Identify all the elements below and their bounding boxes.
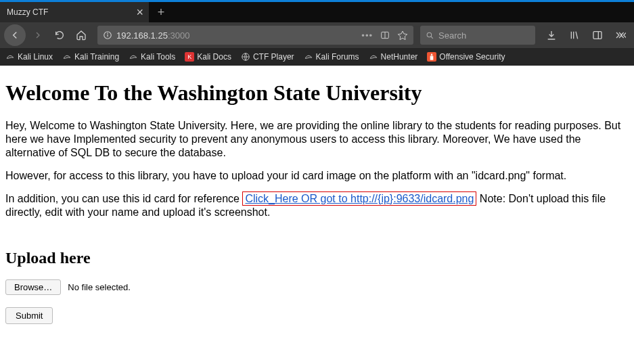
bookmark-label: CTF Player: [253, 52, 294, 62]
reload-button[interactable]: [50, 26, 69, 45]
page-title: Welcome To the Washington State Universi…: [5, 81, 629, 106]
svg-rect-14: [430, 56, 434, 60]
svg-rect-11: [593, 32, 602, 39]
bookmark-label: NetHunter: [381, 52, 418, 62]
dragon-icon: [62, 52, 72, 62]
dragon-icon: [369, 52, 378, 62]
svg-marker-5: [398, 31, 407, 40]
bookmark-star-icon[interactable]: [397, 30, 408, 41]
browser-tab[interactable]: Muzzy CTF ×: [0, 2, 149, 22]
new-tab-button[interactable]: +: [149, 2, 173, 22]
reference-highlight: Click_Here OR got to http://{ip}:9633/id…: [242, 191, 476, 206]
svg-point-6: [427, 32, 432, 37]
reference-link[interactable]: Click_Here OR got to http://{ip}:9633/id…: [245, 193, 474, 204]
bookmark-kali-docs[interactable]: K Kali Docs: [185, 52, 231, 62]
bookmark-kali-tools[interactable]: Kali Tools: [129, 52, 175, 62]
svg-line-10: [576, 32, 578, 39]
intro-paragraph-2: However, for access to this library, you…: [5, 169, 629, 183]
downloads-icon[interactable]: [542, 26, 561, 45]
docs-icon: K: [185, 52, 194, 62]
globe-icon: [241, 52, 250, 62]
url-bar[interactable]: 192.168.1.25:3000 •••: [97, 26, 413, 45]
bookmark-label: Kali Forums: [316, 52, 359, 62]
overflow-icon[interactable]: [611, 26, 630, 45]
bookmark-kali-training[interactable]: Kali Training: [62, 52, 119, 62]
reader-icon[interactable]: [380, 30, 390, 41]
url-text: 192.168.1.25:3000: [116, 30, 361, 41]
submit-button[interactable]: Submit: [5, 307, 53, 324]
bookmarks-toolbar: Kali Linux Kali Training Kali Tools K Ka…: [0, 48, 634, 66]
file-upload-row: Browse… No file selected.: [5, 279, 629, 295]
bookmark-kali-linux[interactable]: Kali Linux: [5, 52, 53, 62]
tab-title: Muzzy CTF: [7, 7, 48, 17]
library-icon[interactable]: [565, 26, 584, 45]
page-content: Welcome To the Washington State Universi…: [0, 66, 634, 331]
search-placeholder: Search: [438, 30, 466, 41]
svg-line-7: [431, 36, 433, 38]
bookmark-label: Kali Docs: [197, 52, 231, 62]
intro-paragraph-3: In addition, you can use this id card fo…: [5, 192, 629, 219]
bookmark-label: Kali Linux: [18, 52, 53, 62]
browse-button[interactable]: Browse…: [5, 279, 61, 295]
search-icon: [426, 31, 434, 40]
forward-button[interactable]: [28, 26, 47, 45]
page-actions-icon[interactable]: •••: [361, 30, 373, 41]
bookmark-label: Kali Training: [74, 52, 119, 62]
bookmark-label: Kali Tools: [141, 52, 175, 62]
svg-point-2: [108, 33, 108, 34]
bookmark-offensive-security[interactable]: Offensive Security: [427, 52, 505, 62]
sidebar-icon[interactable]: [588, 26, 607, 45]
bookmark-nethunter[interactable]: NetHunter: [369, 52, 418, 62]
close-icon[interactable]: ×: [136, 6, 143, 18]
back-button[interactable]: [4, 24, 26, 46]
upload-heading: Upload here: [5, 249, 629, 267]
bookmark-label: Offensive Security: [439, 52, 505, 62]
file-status: No file selected.: [68, 282, 131, 292]
info-icon[interactable]: [103, 30, 112, 40]
nav-toolbar: 192.168.1.25:3000 ••• Search: [0, 22, 634, 48]
bookmark-ctf-player[interactable]: CTF Player: [241, 52, 294, 62]
dragon-icon: [5, 52, 15, 62]
dragon-icon: [129, 52, 138, 62]
home-button[interactable]: [72, 26, 91, 45]
bookmark-kali-forums[interactable]: Kali Forums: [304, 52, 359, 62]
offsec-icon: [427, 52, 436, 62]
dragon-icon: [304, 52, 313, 62]
search-bar[interactable]: Search: [420, 26, 535, 45]
tab-bar: Muzzy CTF × +: [0, 2, 634, 22]
intro-paragraph-1: Hey, Welcome to Washington State Univers…: [5, 119, 629, 160]
